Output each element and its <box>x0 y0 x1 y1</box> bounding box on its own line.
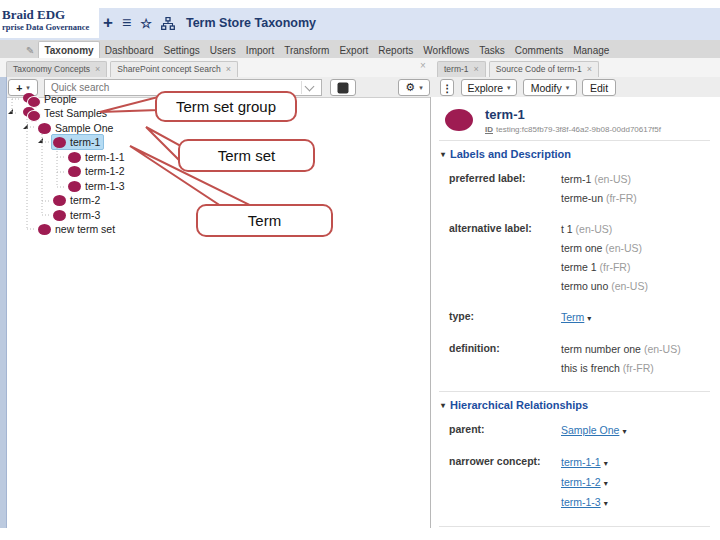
property-row: alternative label:t 1 (en-US)term one (e… <box>439 217 710 305</box>
explore-button[interactable]: Explore ▾ <box>461 79 517 96</box>
doc-tab-source-code-of-term-1[interactable]: Source Code of term-1× <box>489 61 599 77</box>
term-icon <box>53 137 66 148</box>
section-title: Hierarchical Relationships <box>450 399 588 411</box>
id-label: ID <box>485 125 493 134</box>
value-text: terme 1 <box>561 261 597 273</box>
section-header[interactable]: ▾Hierarchical Relationships <box>439 392 710 418</box>
tree-item-label: People <box>44 93 77 105</box>
tree-item-label: term-1 <box>70 136 100 148</box>
language-tag: (en-US) <box>608 280 648 292</box>
value-text: term number one <box>561 343 641 355</box>
tree-item-term-2[interactable]: term-2 <box>51 193 104 207</box>
taxonomy-tree: PeopleTest SamplesSample Oneterm-1term-1… <box>0 0 430 528</box>
overflow-button[interactable]: ⋮ <box>440 79 454 96</box>
close-icon[interactable]: × <box>587 65 592 74</box>
property-value: termo uno (en-US) <box>561 277 710 296</box>
property-row: type:Term▾ <box>439 305 710 337</box>
tree-node[interactable]: Test Samples <box>21 105 111 122</box>
language-tag: (en-US) <box>591 173 631 185</box>
value-link[interactable]: Sample One <box>561 424 619 436</box>
value-link[interactable]: term-1-2 <box>561 476 601 488</box>
language-tag: (en-US) <box>602 242 642 254</box>
tree-node[interactable]: term-1-2 <box>66 163 129 179</box>
tree-item-term-1-2[interactable]: term-1-2 <box>66 164 129 178</box>
tree-node[interactable]: new term set <box>36 221 119 237</box>
property-value: term-1-2▾ <box>561 473 710 493</box>
explore-label: Explore <box>467 82 503 94</box>
concept-icon <box>445 109 473 131</box>
property-row: parent:Sample One▾ <box>439 418 710 450</box>
edit-button[interactable]: Edit <box>582 79 616 96</box>
property-row: definition:term number one (en-US)this i… <box>439 337 710 387</box>
value-link[interactable]: term-1-3 <box>561 496 601 508</box>
close-icon[interactable]: × <box>474 65 479 74</box>
property-row: preferred label:term-1 (en-US)terme-un (… <box>439 167 710 217</box>
section-hierarchical-relationships: ▾Hierarchical Relationshipsparent:Sample… <box>439 391 710 522</box>
detail-panel: term-1 IDtesting:fc85fb79-3f8f-46a2-9b08… <box>430 97 720 528</box>
term-set-group-icon <box>23 107 40 120</box>
chevron-down-icon[interactable]: ▾ <box>604 499 608 508</box>
property-row: narrower concept:term-1-1▾term-1-2▾term-… <box>439 450 710 522</box>
chevron-down-icon[interactable]: ▾ <box>604 459 608 468</box>
kebab-icon: ⋮ <box>442 82 453 94</box>
tree-expander-icon[interactable] <box>38 138 43 143</box>
chevron-down-icon[interactable]: ▾ <box>622 427 626 436</box>
tree-item-label: term-3 <box>70 209 100 221</box>
tab-manage[interactable]: Manage <box>568 42 614 58</box>
tree-expander-icon[interactable] <box>23 124 28 129</box>
chevron-down-icon: ▾ <box>441 150 445 159</box>
tree-item-label: Test Samples <box>44 107 107 119</box>
tree-item-term-3[interactable]: term-3 <box>51 208 104 222</box>
value-text: termo uno <box>561 280 608 292</box>
property-value: this is french (fr-FR) <box>561 359 710 378</box>
property-label: type: <box>449 308 561 328</box>
tree-item-label: term-1-2 <box>85 165 125 177</box>
tree-item-label: new term set <box>55 223 115 235</box>
property-value: term-1-3▾ <box>561 493 710 513</box>
language-tag: (en-US) <box>641 343 681 355</box>
value-text: term one <box>561 242 602 254</box>
property-values: Sample One▾ <box>561 421 710 441</box>
tree-item-term-1[interactable]: term-1 <box>51 135 104 149</box>
property-label: definition: <box>449 340 561 378</box>
language-tag: (fr-FR) <box>620 362 654 374</box>
property-label: alternative label: <box>449 220 561 296</box>
section-other-properties: ▾Other Propertiesid:fc85fb79-3f8f-46a2-9… <box>439 526 710 528</box>
value-text: term-1 <box>561 173 591 185</box>
section-header[interactable]: ▾Other Properties <box>439 527 710 528</box>
tree-item-people[interactable]: People <box>21 92 81 106</box>
edit-label: Edit <box>590 82 608 94</box>
tree-expander-icon[interactable] <box>8 109 13 114</box>
doc-tab-term-1[interactable]: term-1× <box>437 61 486 77</box>
tree-item-term-1-3[interactable]: term-1-3 <box>66 179 129 193</box>
tree-item-new-term-set[interactable]: new term set <box>36 222 119 236</box>
property-value: term number one (en-US) <box>561 340 710 359</box>
callout-term-set-group: Term set group <box>155 91 297 122</box>
tree-node[interactable]: term-2 <box>51 192 104 208</box>
section-header[interactable]: ▾Labels and Description <box>439 141 710 167</box>
callout-term-set: Term set <box>178 139 315 172</box>
id-value: testing:fc85fb79-3f8f-46a2-9b08-00dd7061… <box>496 125 661 134</box>
tree-item-sample-one[interactable]: Sample One <box>36 121 117 135</box>
tree-item-term-1-1[interactable]: term-1-1 <box>66 150 129 164</box>
chevron-down-icon: ▾ <box>441 401 445 410</box>
term-icon <box>68 152 81 163</box>
chevron-down-icon[interactable]: ▾ <box>604 479 608 488</box>
term-icon <box>53 195 66 206</box>
value-link[interactable]: Term <box>561 311 584 323</box>
property-values: t 1 (en-US)term one (en-US)terme 1 (fr-F… <box>561 220 710 296</box>
property-values: Term▾ <box>561 308 710 328</box>
modify-button[interactable]: Modify ▾ <box>523 79 577 96</box>
property-label: narrower concept: <box>449 453 561 513</box>
section-labels-and-description: ▾Labels and Descriptionpreferred label:t… <box>439 140 710 387</box>
chevron-down-icon[interactable]: ▾ <box>587 314 591 323</box>
property-value: term-1-1▾ <box>561 453 710 473</box>
term-icon <box>53 210 66 221</box>
value-text: terme-un <box>561 192 603 204</box>
tab-tasks[interactable]: Tasks <box>474 42 510 58</box>
value-link[interactable]: term-1-1 <box>561 456 601 468</box>
property-values: term-1-1▾term-1-2▾term-1-3▾ <box>561 453 710 513</box>
tree-item-test-samples[interactable]: Test Samples <box>21 106 111 120</box>
tab-comments[interactable]: Comments <box>510 42 568 58</box>
tree-node[interactable]: term-1 <box>51 134 104 150</box>
